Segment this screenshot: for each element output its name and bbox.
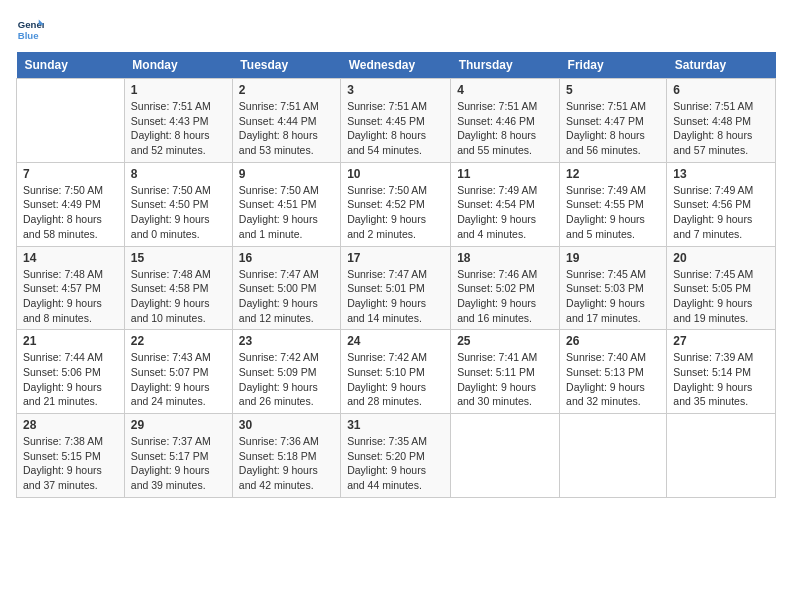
day-info: Sunrise: 7:46 AMSunset: 5:02 PMDaylight:… <box>457 267 553 326</box>
calendar-week-row: 21Sunrise: 7:44 AMSunset: 5:06 PMDayligh… <box>17 330 776 414</box>
day-info: Sunrise: 7:49 AMSunset: 4:55 PMDaylight:… <box>566 183 660 242</box>
col-header-wednesday: Wednesday <box>341 52 451 79</box>
day-number: 17 <box>347 251 444 265</box>
day-info: Sunrise: 7:47 AMSunset: 5:01 PMDaylight:… <box>347 267 444 326</box>
calendar-cell: 20Sunrise: 7:45 AMSunset: 5:05 PMDayligh… <box>667 246 776 330</box>
calendar-cell: 18Sunrise: 7:46 AMSunset: 5:02 PMDayligh… <box>451 246 560 330</box>
calendar-cell: 10Sunrise: 7:50 AMSunset: 4:52 PMDayligh… <box>341 162 451 246</box>
calendar-cell: 29Sunrise: 7:37 AMSunset: 5:17 PMDayligh… <box>124 414 232 498</box>
calendar-cell: 9Sunrise: 7:50 AMSunset: 4:51 PMDaylight… <box>232 162 340 246</box>
calendar-cell: 11Sunrise: 7:49 AMSunset: 4:54 PMDayligh… <box>451 162 560 246</box>
calendar-cell <box>451 414 560 498</box>
calendar-week-row: 7Sunrise: 7:50 AMSunset: 4:49 PMDaylight… <box>17 162 776 246</box>
calendar-cell: 31Sunrise: 7:35 AMSunset: 5:20 PMDayligh… <box>341 414 451 498</box>
col-header-thursday: Thursday <box>451 52 560 79</box>
day-number: 23 <box>239 334 334 348</box>
day-info: Sunrise: 7:38 AMSunset: 5:15 PMDaylight:… <box>23 434 118 493</box>
calendar-cell: 12Sunrise: 7:49 AMSunset: 4:55 PMDayligh… <box>560 162 667 246</box>
day-info: Sunrise: 7:48 AMSunset: 4:58 PMDaylight:… <box>131 267 226 326</box>
day-number: 7 <box>23 167 118 181</box>
day-number: 26 <box>566 334 660 348</box>
col-header-saturday: Saturday <box>667 52 776 79</box>
calendar-cell: 25Sunrise: 7:41 AMSunset: 5:11 PMDayligh… <box>451 330 560 414</box>
day-number: 28 <box>23 418 118 432</box>
day-info: Sunrise: 7:36 AMSunset: 5:18 PMDaylight:… <box>239 434 334 493</box>
day-info: Sunrise: 7:41 AMSunset: 5:11 PMDaylight:… <box>457 350 553 409</box>
day-number: 25 <box>457 334 553 348</box>
day-info: Sunrise: 7:48 AMSunset: 4:57 PMDaylight:… <box>23 267 118 326</box>
calendar-header-row: SundayMondayTuesdayWednesdayThursdayFrid… <box>17 52 776 79</box>
day-number: 22 <box>131 334 226 348</box>
calendar-cell: 27Sunrise: 7:39 AMSunset: 5:14 PMDayligh… <box>667 330 776 414</box>
day-number: 12 <box>566 167 660 181</box>
day-info: Sunrise: 7:51 AMSunset: 4:44 PMDaylight:… <box>239 99 334 158</box>
col-header-friday: Friday <box>560 52 667 79</box>
day-info: Sunrise: 7:51 AMSunset: 4:48 PMDaylight:… <box>673 99 769 158</box>
day-info: Sunrise: 7:39 AMSunset: 5:14 PMDaylight:… <box>673 350 769 409</box>
calendar-cell: 23Sunrise: 7:42 AMSunset: 5:09 PMDayligh… <box>232 330 340 414</box>
calendar-cell: 7Sunrise: 7:50 AMSunset: 4:49 PMDaylight… <box>17 162 125 246</box>
day-number: 11 <box>457 167 553 181</box>
calendar-cell: 24Sunrise: 7:42 AMSunset: 5:10 PMDayligh… <box>341 330 451 414</box>
day-info: Sunrise: 7:43 AMSunset: 5:07 PMDaylight:… <box>131 350 226 409</box>
day-info: Sunrise: 7:45 AMSunset: 5:05 PMDaylight:… <box>673 267 769 326</box>
col-header-monday: Monday <box>124 52 232 79</box>
logo-icon: General Blue <box>16 16 44 44</box>
day-number: 14 <box>23 251 118 265</box>
calendar-cell: 13Sunrise: 7:49 AMSunset: 4:56 PMDayligh… <box>667 162 776 246</box>
day-info: Sunrise: 7:51 AMSunset: 4:46 PMDaylight:… <box>457 99 553 158</box>
day-number: 4 <box>457 83 553 97</box>
day-info: Sunrise: 7:40 AMSunset: 5:13 PMDaylight:… <box>566 350 660 409</box>
calendar-cell: 22Sunrise: 7:43 AMSunset: 5:07 PMDayligh… <box>124 330 232 414</box>
day-number: 16 <box>239 251 334 265</box>
day-number: 5 <box>566 83 660 97</box>
day-number: 24 <box>347 334 444 348</box>
calendar-cell: 21Sunrise: 7:44 AMSunset: 5:06 PMDayligh… <box>17 330 125 414</box>
day-info: Sunrise: 7:50 AMSunset: 4:51 PMDaylight:… <box>239 183 334 242</box>
calendar-cell: 28Sunrise: 7:38 AMSunset: 5:15 PMDayligh… <box>17 414 125 498</box>
day-number: 3 <box>347 83 444 97</box>
day-info: Sunrise: 7:51 AMSunset: 4:47 PMDaylight:… <box>566 99 660 158</box>
calendar-cell <box>17 79 125 163</box>
logo: General Blue <box>16 16 44 44</box>
calendar-cell: 17Sunrise: 7:47 AMSunset: 5:01 PMDayligh… <box>341 246 451 330</box>
calendar-body: 1Sunrise: 7:51 AMSunset: 4:43 PMDaylight… <box>17 79 776 498</box>
calendar-cell: 14Sunrise: 7:48 AMSunset: 4:57 PMDayligh… <box>17 246 125 330</box>
day-info: Sunrise: 7:51 AMSunset: 4:45 PMDaylight:… <box>347 99 444 158</box>
day-number: 31 <box>347 418 444 432</box>
col-header-sunday: Sunday <box>17 52 125 79</box>
col-header-tuesday: Tuesday <box>232 52 340 79</box>
calendar-cell: 16Sunrise: 7:47 AMSunset: 5:00 PMDayligh… <box>232 246 340 330</box>
calendar-week-row: 28Sunrise: 7:38 AMSunset: 5:15 PMDayligh… <box>17 414 776 498</box>
day-info: Sunrise: 7:44 AMSunset: 5:06 PMDaylight:… <box>23 350 118 409</box>
day-info: Sunrise: 7:49 AMSunset: 4:54 PMDaylight:… <box>457 183 553 242</box>
calendar-week-row: 1Sunrise: 7:51 AMSunset: 4:43 PMDaylight… <box>17 79 776 163</box>
day-number: 18 <box>457 251 553 265</box>
day-number: 29 <box>131 418 226 432</box>
day-info: Sunrise: 7:50 AMSunset: 4:52 PMDaylight:… <box>347 183 444 242</box>
day-number: 6 <box>673 83 769 97</box>
calendar-cell <box>667 414 776 498</box>
day-number: 21 <box>23 334 118 348</box>
calendar-cell: 8Sunrise: 7:50 AMSunset: 4:50 PMDaylight… <box>124 162 232 246</box>
day-number: 8 <box>131 167 226 181</box>
calendar-cell <box>560 414 667 498</box>
calendar-cell: 6Sunrise: 7:51 AMSunset: 4:48 PMDaylight… <box>667 79 776 163</box>
day-number: 1 <box>131 83 226 97</box>
calendar-cell: 2Sunrise: 7:51 AMSunset: 4:44 PMDaylight… <box>232 79 340 163</box>
day-info: Sunrise: 7:50 AMSunset: 4:50 PMDaylight:… <box>131 183 226 242</box>
day-number: 10 <box>347 167 444 181</box>
day-info: Sunrise: 7:37 AMSunset: 5:17 PMDaylight:… <box>131 434 226 493</box>
day-number: 27 <box>673 334 769 348</box>
day-info: Sunrise: 7:51 AMSunset: 4:43 PMDaylight:… <box>131 99 226 158</box>
calendar-cell: 3Sunrise: 7:51 AMSunset: 4:45 PMDaylight… <box>341 79 451 163</box>
day-info: Sunrise: 7:47 AMSunset: 5:00 PMDaylight:… <box>239 267 334 326</box>
day-number: 2 <box>239 83 334 97</box>
day-number: 9 <box>239 167 334 181</box>
calendar-table: SundayMondayTuesdayWednesdayThursdayFrid… <box>16 52 776 498</box>
page-header: General Blue <box>16 16 776 44</box>
calendar-cell: 26Sunrise: 7:40 AMSunset: 5:13 PMDayligh… <box>560 330 667 414</box>
day-number: 13 <box>673 167 769 181</box>
day-info: Sunrise: 7:42 AMSunset: 5:10 PMDaylight:… <box>347 350 444 409</box>
day-number: 20 <box>673 251 769 265</box>
